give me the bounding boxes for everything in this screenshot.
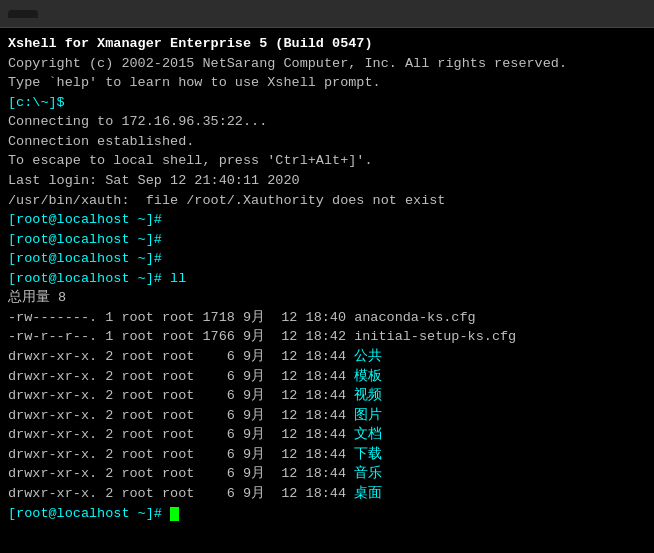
line-filename: 下载	[354, 447, 382, 462]
terminal-line: drwxr-xr-x. 2 root root 6 9月 12 18:44 视频	[8, 386, 646, 406]
line-filename: 文档	[354, 427, 382, 442]
terminal-line: -rw-r--r--. 1 root root 1766 9月 12 18:42…	[8, 327, 646, 347]
line-prefix: drwxr-xr-x. 2 root root 6 9月 12 18:44	[8, 369, 354, 384]
line-prefix: drwxr-xr-x. 2 root root 6 9月 12 18:44	[8, 408, 354, 423]
tab-1[interactable]	[8, 10, 38, 18]
terminal-line: /usr/bin/xauth: file /root/.Xauthority d…	[8, 191, 646, 211]
terminal-line: [root@localhost ~]#	[8, 210, 646, 230]
terminal-line: drwxr-xr-x. 2 root root 6 9月 12 18:44 下载	[8, 445, 646, 465]
terminal-line: Xshell for Xmanager Enterprise 5 (Build …	[8, 34, 646, 54]
terminal-line: drwxr-xr-x. 2 root root 6 9月 12 18:44 音乐	[8, 464, 646, 484]
line-prefix: drwxr-xr-x. 2 root root 6 9月 12 18:44	[8, 486, 354, 501]
line-filename: 视频	[354, 388, 382, 403]
terminal-line: [c:\~]$	[8, 93, 646, 113]
cursor-block	[170, 507, 179, 521]
terminal-line: [root@localhost ~]#	[8, 249, 646, 269]
title-bar	[0, 0, 654, 28]
terminal-line: -rw-------. 1 root root 1718 9月 12 18:40…	[8, 308, 646, 328]
terminal-line: Type `help' to learn how to use Xshell p…	[8, 73, 646, 93]
terminal-line: drwxr-xr-x. 2 root root 6 9月 12 18:44 模板	[8, 367, 646, 387]
line-prefix: drwxr-xr-x. 2 root root 6 9月 12 18:44	[8, 349, 354, 364]
line-prefix: drwxr-xr-x. 2 root root 6 9月 12 18:44	[8, 427, 354, 442]
line-filename: 模板	[354, 369, 382, 384]
terminal-line: [root@localhost ~]#	[8, 504, 646, 524]
terminal-line: drwxr-xr-x. 2 root root 6 9月 12 18:44 图片	[8, 406, 646, 426]
terminal-line: [root@localhost ~]#	[8, 230, 646, 250]
terminal-line: drwxr-xr-x. 2 root root 6 9月 12 18:44 文档	[8, 425, 646, 445]
terminal-line: To escape to local shell, press 'Ctrl+Al…	[8, 151, 646, 171]
line-prefix: drwxr-xr-x. 2 root root 6 9月 12 18:44	[8, 466, 354, 481]
terminal-line: Copyright (c) 2002-2015 NetSarang Comput…	[8, 54, 646, 74]
line-filename: 桌面	[354, 486, 382, 501]
terminal: Xshell for Xmanager Enterprise 5 (Build …	[0, 28, 654, 553]
terminal-line: 总用量 8	[8, 288, 646, 308]
terminal-line: [root@localhost ~]# ll	[8, 269, 646, 289]
line-filename: 公共	[354, 349, 382, 364]
terminal-line: drwxr-xr-x. 2 root root 6 9月 12 18:44 公共	[8, 347, 646, 367]
terminal-line: Connecting to 172.16.96.35:22...	[8, 112, 646, 132]
terminal-line: Last login: Sat Sep 12 21:40:11 2020	[8, 171, 646, 191]
terminal-line: drwxr-xr-x. 2 root root 6 9月 12 18:44 桌面	[8, 484, 646, 504]
line-prefix: drwxr-xr-x. 2 root root 6 9月 12 18:44	[8, 447, 354, 462]
prompt-text: [root@localhost ~]#	[8, 506, 170, 521]
line-prefix: drwxr-xr-x. 2 root root 6 9月 12 18:44	[8, 388, 354, 403]
line-filename: 图片	[354, 408, 382, 423]
terminal-line: Connection established.	[8, 132, 646, 152]
line-filename: 音乐	[354, 466, 382, 481]
